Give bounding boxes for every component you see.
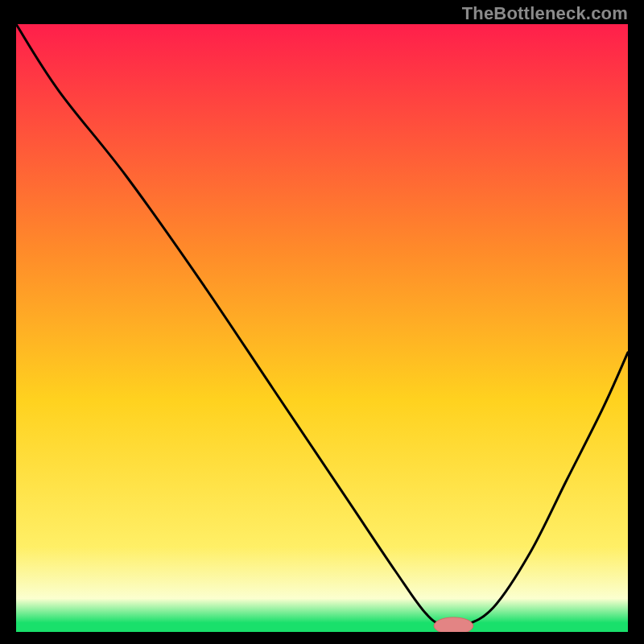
watermark-text: TheBottleneck.com: [462, 3, 628, 24]
chart-plot-area: [16, 24, 628, 632]
figure-frame: TheBottleneck.com: [0, 0, 644, 644]
optimum-marker: [434, 617, 473, 632]
bottleneck-chart: [16, 24, 628, 632]
